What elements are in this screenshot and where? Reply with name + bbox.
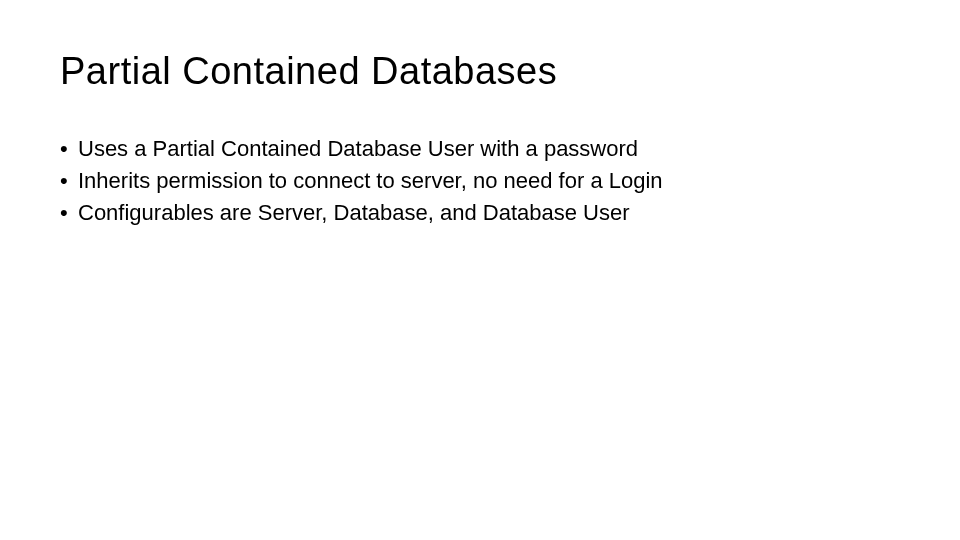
- bullet-list: Uses a Partial Contained Database User w…: [60, 133, 900, 229]
- list-item: Inherits permission to connect to server…: [60, 165, 900, 197]
- list-item: Uses a Partial Contained Database User w…: [60, 133, 900, 165]
- slide-title: Partial Contained Databases: [60, 50, 900, 93]
- list-item: Configurables are Server, Database, and …: [60, 197, 900, 229]
